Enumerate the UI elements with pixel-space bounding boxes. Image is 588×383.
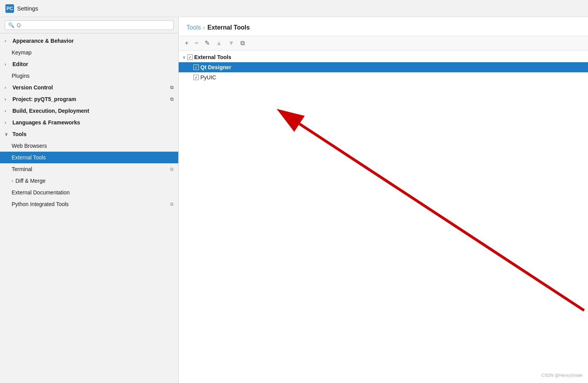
move-down-button[interactable]: ▼: [226, 38, 237, 48]
sidebar-item-keymap[interactable]: Keymap: [0, 47, 178, 58]
remove-button[interactable]: −: [192, 38, 200, 48]
sidebar-item-label: Web Browsers: [12, 143, 47, 149]
sidebar-item-label: Keymap: [12, 49, 31, 56]
sidebar-item-version-control[interactable]: › Version Control ⧉: [0, 82, 178, 93]
sidebar-item-label: Appearance & Behavior: [12, 38, 74, 44]
sidebar-item-label: Languages & Frameworks: [12, 119, 80, 126]
sidebar-item-external-tools[interactable]: External Tools: [0, 152, 178, 163]
sidebar-item-project[interactable]: › Project: pyQT5_program ⧉: [0, 93, 178, 105]
group-label: External Tools: [194, 54, 231, 60]
sidebar: 🔍 › Appearance & Behavior Keymap › Edito…: [0, 17, 179, 383]
sidebar-item-diff-merge[interactable]: › Diff & Merge: [0, 175, 178, 187]
sidebar-item-label: Editor: [12, 61, 28, 67]
sidebar-item-web-browsers[interactable]: Web Browsers: [0, 140, 178, 152]
watermark: CSDN @HenrySmale: [541, 373, 583, 378]
search-input[interactable]: [17, 22, 170, 28]
tree-item-pyuic[interactable]: ✓ PyUIC: [179, 72, 588, 82]
app-icon: PC: [5, 4, 14, 13]
chevron-right-icon: ›: [5, 85, 10, 90]
item-label: Qt Designer: [200, 64, 231, 70]
chevron-right-icon: ›: [5, 62, 10, 66]
sidebar-item-label: Terminal: [12, 166, 32, 172]
content-area: Tools › External Tools + − ✎ ▲ ▼ ⧉ ∨ ✓ E…: [179, 17, 588, 383]
sidebar-item-label: Version Control: [12, 84, 53, 91]
sidebar-item-python-integrated-tools[interactable]: Python Integrated Tools ⧉: [0, 198, 178, 210]
sidebar-item-appearance[interactable]: › Appearance & Behavior: [0, 35, 178, 47]
sidebar-item-label: Diff & Merge: [16, 178, 46, 184]
sidebar-item-label: Python Integrated Tools: [12, 201, 69, 207]
sidebar-item-terminal[interactable]: Terminal ⧉: [0, 163, 178, 175]
sidebar-item-label: Tools: [12, 131, 26, 137]
chevron-right-icon: ›: [5, 38, 10, 43]
sidebar-item-plugins[interactable]: Plugins: [0, 70, 178, 82]
copy-icon: ⧉: [170, 201, 174, 207]
main-layout: 🔍 › Appearance & Behavior Keymap › Edito…: [0, 17, 588, 383]
sidebar-item-label: Build, Execution, Deployment: [12, 108, 89, 114]
nav-section: › Appearance & Behavior Keymap › Editor …: [0, 33, 178, 212]
breadcrumb-current: External Tools: [207, 24, 250, 31]
toolbar: + − ✎ ▲ ▼ ⧉: [179, 36, 588, 51]
breadcrumb-parent[interactable]: Tools: [186, 24, 201, 31]
tree-item-qt-designer[interactable]: ✓ Qt Designer: [179, 62, 588, 72]
sidebar-item-external-documentation[interactable]: External Documentation: [0, 187, 178, 198]
sidebar-item-languages[interactable]: › Languages & Frameworks: [0, 117, 178, 128]
breadcrumb: Tools › External Tools: [179, 17, 588, 36]
breadcrumb-separator: ›: [203, 24, 205, 31]
item-label: PyUIC: [200, 74, 216, 80]
tree-group-external-tools[interactable]: ∨ ✓ External Tools: [179, 52, 588, 62]
copy-button[interactable]: ⧉: [238, 38, 247, 48]
svg-line-1: [299, 124, 584, 311]
title-bar: PC Settings: [0, 0, 588, 17]
move-up-button[interactable]: ▲: [214, 38, 224, 48]
sidebar-item-label: Project: pyQT5_program: [12, 96, 76, 102]
chevron-right-icon: ›: [5, 108, 10, 113]
item-checkbox[interactable]: ✓: [193, 75, 199, 80]
chevron-down-icon: ∨: [183, 55, 186, 60]
window-title: Settings: [17, 5, 38, 12]
add-button[interactable]: +: [183, 38, 191, 48]
chevron-down-icon: ∨: [5, 132, 10, 137]
annotation-arrow: [179, 51, 588, 383]
search-icon: 🔍: [8, 22, 14, 28]
chevron-right-icon: ›: [12, 178, 13, 183]
edit-button[interactable]: ✎: [202, 38, 212, 48]
sidebar-item-build[interactable]: › Build, Execution, Deployment: [0, 105, 178, 117]
tree-list: ∨ ✓ External Tools ✓ Qt Designer ✓ PyUIC: [179, 51, 588, 383]
search-container: 🔍: [0, 17, 178, 33]
copy-icon: ⧉: [170, 85, 174, 90]
copy-icon: ⧉: [170, 96, 174, 102]
sidebar-item-label: Plugins: [12, 73, 30, 79]
search-wrapper[interactable]: 🔍: [5, 20, 174, 30]
sidebar-item-editor[interactable]: › Editor: [0, 58, 178, 70]
item-checkbox[interactable]: ✓: [193, 65, 199, 70]
sidebar-item-label: External Tools: [12, 154, 46, 161]
group-checkbox[interactable]: ✓: [187, 54, 193, 60]
chevron-right-icon: ›: [5, 97, 10, 101]
copy-icon: ⧉: [170, 166, 174, 172]
chevron-right-icon: ›: [5, 120, 10, 125]
sidebar-item-tools[interactable]: ∨ Tools: [0, 128, 178, 140]
sidebar-item-label: External Documentation: [12, 189, 70, 196]
